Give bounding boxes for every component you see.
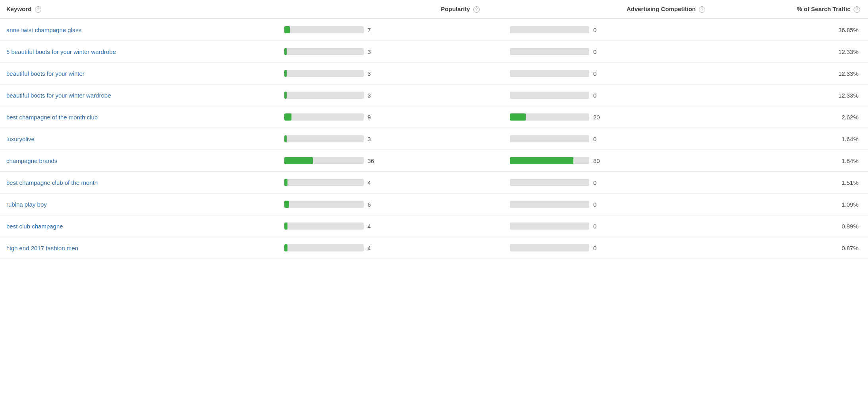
table-row: best club champagne400.89% <box>0 215 868 237</box>
keyword-link[interactable]: luxuryolive <box>6 136 35 142</box>
traffic-cell: 2.62% <box>729 106 868 128</box>
popularity-bar-track <box>284 201 364 208</box>
table-row: luxuryolive301.64% <box>0 128 868 150</box>
adcomp-bar-track <box>510 222 589 230</box>
adcomp-value: 0 <box>593 136 604 142</box>
adcomp-bar-track <box>510 26 589 33</box>
adcomp-cell: 0 <box>503 63 729 84</box>
adcomp-bar-track <box>510 135 589 142</box>
popularity-bar-track <box>284 113 364 121</box>
traffic-cell: 12.33% <box>729 84 868 106</box>
popularity-bar-fill <box>284 179 287 186</box>
adcomp-value: 0 <box>593 179 604 186</box>
adcomp-bar-track <box>510 201 589 208</box>
popularity-value: 3 <box>368 48 379 55</box>
adcomp-cell: 20 <box>503 106 729 128</box>
traffic-cell: 12.33% <box>729 41 868 63</box>
popularity-value: 36 <box>368 157 379 164</box>
table-row: high end 2017 fashion men400.87% <box>0 237 868 259</box>
popularity-bar-fill <box>284 48 287 55</box>
adcomp-cell: 0 <box>503 215 729 237</box>
popularity-cell: 3 <box>278 128 503 150</box>
keyword-table-container: Keyword ? Popularity ? Advertising Compe… <box>0 0 868 259</box>
traffic-cell: 1.09% <box>729 194 868 215</box>
popularity-bar-track <box>284 135 364 142</box>
keyword-cell: beautiful boots for your winter <box>0 63 278 84</box>
popularity-cell: 3 <box>278 63 503 84</box>
adcomp-bar-track <box>510 92 589 99</box>
popularity-value: 4 <box>368 223 379 230</box>
adcomp-cell: 0 <box>503 41 729 63</box>
traffic-cell: 1.64% <box>729 128 868 150</box>
adcomp-value: 0 <box>593 92 604 99</box>
adcomp-value: 0 <box>593 223 604 230</box>
popularity-value: 9 <box>368 114 379 121</box>
adcomp-value: 80 <box>593 157 604 164</box>
keyword-cell: champagne brands <box>0 150 278 172</box>
keyword-link[interactable]: best champagne club of the month <box>6 179 98 186</box>
adcomp-cell: 80 <box>503 150 729 172</box>
popularity-value: 4 <box>368 245 379 251</box>
popularity-bar-track <box>284 222 364 230</box>
keyword-link[interactable]: best club champagne <box>6 223 63 230</box>
popularity-cell: 4 <box>278 215 503 237</box>
adcomp-info-icon[interactable]: ? <box>699 6 705 13</box>
popularity-info-icon[interactable]: ? <box>473 6 480 13</box>
popularity-cell: 7 <box>278 19 503 41</box>
popularity-bar-fill <box>284 135 287 142</box>
table-row: anne twist champagne glass7036.85% <box>0 19 868 41</box>
table-row: best champagne of the month club9202.62% <box>0 106 868 128</box>
table-row: beautiful boots for your winter wardrobe… <box>0 84 868 106</box>
keyword-link[interactable]: rubina play boy <box>6 201 47 208</box>
keyword-link[interactable]: beautiful boots for your winter wardrobe <box>6 92 111 99</box>
col-header-traffic: % of Search Traffic ? <box>729 0 868 19</box>
table-row: best champagne club of the month401.51% <box>0 172 868 194</box>
keyword-link[interactable]: 5 beautiful boots for your winter wardro… <box>6 48 116 55</box>
keyword-cell: beautiful boots for your winter wardrobe <box>0 84 278 106</box>
adcomp-value: 0 <box>593 48 604 55</box>
traffic-cell: 1.51% <box>729 172 868 194</box>
keyword-link[interactable]: champagne brands <box>6 157 57 164</box>
adcomp-value: 0 <box>593 245 604 251</box>
adcomp-bar-track <box>510 113 589 121</box>
traffic-cell: 0.87% <box>729 237 868 259</box>
keyword-cell: anne twist champagne glass <box>0 19 278 41</box>
table-row: champagne brands36801.64% <box>0 150 868 172</box>
keyword-link[interactable]: high end 2017 fashion men <box>6 245 78 251</box>
popularity-bar-fill <box>284 157 313 164</box>
keyword-table: Keyword ? Popularity ? Advertising Compe… <box>0 0 868 259</box>
adcomp-bar-track <box>510 244 589 251</box>
keyword-info-icon[interactable]: ? <box>35 6 41 13</box>
popularity-bar-track <box>284 179 364 186</box>
keyword-cell: best champagne club of the month <box>0 172 278 194</box>
adcomp-bar-track <box>510 48 589 55</box>
popularity-value: 3 <box>368 70 379 77</box>
popularity-value: 3 <box>368 92 379 99</box>
popularity-bar-track <box>284 26 364 33</box>
keyword-cell: high end 2017 fashion men <box>0 237 278 259</box>
popularity-bar-fill <box>284 113 291 121</box>
popularity-cell: 4 <box>278 237 503 259</box>
keyword-cell: 5 beautiful boots for your winter wardro… <box>0 41 278 63</box>
table-row: beautiful boots for your winter3012.33% <box>0 63 868 84</box>
traffic-info-icon[interactable]: ? <box>854 6 860 13</box>
popularity-cell: 4 <box>278 172 503 194</box>
keyword-link[interactable]: beautiful boots for your winter <box>6 70 85 77</box>
adcomp-cell: 0 <box>503 172 729 194</box>
keyword-cell: best club champagne <box>0 215 278 237</box>
popularity-bar-fill <box>284 92 287 99</box>
adcomp-cell: 0 <box>503 128 729 150</box>
traffic-cell: 0.89% <box>729 215 868 237</box>
keyword-link[interactable]: best champagne of the month club <box>6 114 98 121</box>
popularity-bar-track <box>284 70 364 77</box>
keyword-link[interactable]: anne twist champagne glass <box>6 27 81 33</box>
popularity-bar-track <box>284 157 364 164</box>
adcomp-cell: 0 <box>503 194 729 215</box>
popularity-cell: 3 <box>278 41 503 63</box>
adcomp-bar-fill <box>510 157 573 164</box>
table-body: anne twist champagne glass7036.85%5 beau… <box>0 19 868 259</box>
table-row: rubina play boy601.09% <box>0 194 868 215</box>
traffic-cell: 1.64% <box>729 150 868 172</box>
popularity-bar-fill <box>284 26 290 33</box>
col-header-adcomp: Advertising Competition ? <box>503 0 729 19</box>
